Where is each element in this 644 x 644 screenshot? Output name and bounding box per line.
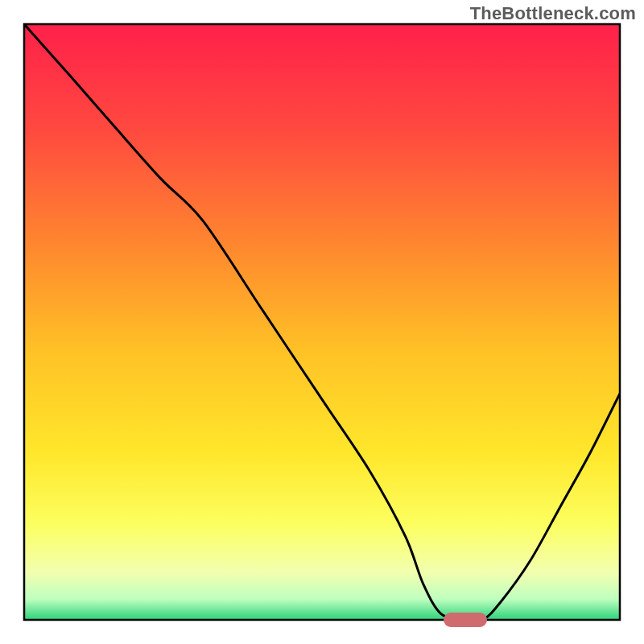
gradient-background <box>24 24 620 620</box>
chart-svg <box>0 0 644 644</box>
optimal-marker <box>444 613 487 627</box>
chart-stage: TheBottleneck.com <box>0 0 644 644</box>
watermark-text: TheBottleneck.com <box>470 3 636 24</box>
